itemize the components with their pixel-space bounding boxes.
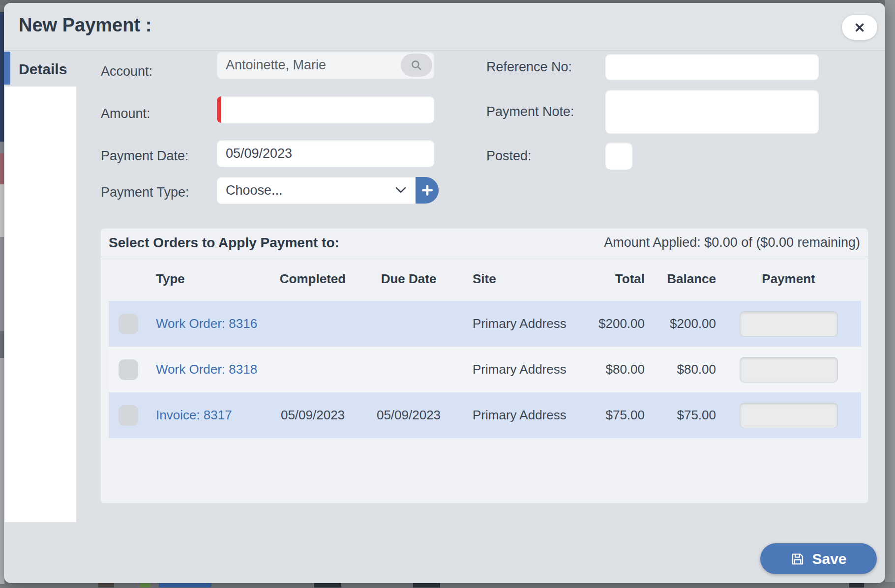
payment-date-label: Payment Date: bbox=[101, 149, 189, 163]
active-tab-indicator bbox=[4, 52, 10, 85]
order-payment-input[interactable] bbox=[740, 357, 838, 382]
column-header-due-date: Due Date bbox=[359, 271, 458, 287]
orders-table-header: Type Completed Due Date Site Total Balan… bbox=[109, 257, 861, 301]
background-status-square-fragment bbox=[141, 583, 150, 588]
orders-panel-header: Select Orders to Apply Payment to: Amoun… bbox=[101, 229, 868, 257]
order-site: Primary Address bbox=[458, 408, 581, 423]
order-completed: 05/09/2023 bbox=[266, 408, 359, 423]
plus-icon bbox=[421, 184, 434, 197]
order-payment-input[interactable] bbox=[740, 403, 838, 428]
background-link-fragment bbox=[159, 583, 211, 588]
order-link[interactable]: Invoice: 8317 bbox=[156, 408, 232, 422]
order-balance: $75.00 bbox=[645, 408, 716, 423]
payment-type-selected-value: Choose... bbox=[226, 183, 283, 198]
order-balance: $200.00 bbox=[645, 316, 716, 331]
payment-type-label: Payment Type: bbox=[101, 186, 189, 199]
column-header-balance: Balance bbox=[645, 271, 716, 287]
column-header-type: Type bbox=[148, 271, 266, 287]
order-balance: $80.00 bbox=[645, 362, 716, 377]
background-row-fragment bbox=[98, 583, 114, 588]
order-link[interactable]: Work Order: 8318 bbox=[156, 362, 257, 377]
chevron-down-icon bbox=[395, 186, 407, 194]
order-row-checkbox[interactable] bbox=[119, 314, 138, 334]
modal-title: New Payment : bbox=[19, 15, 151, 36]
order-total: $75.00 bbox=[581, 408, 645, 423]
save-button-label: Save bbox=[812, 551, 846, 567]
background-row-fragment bbox=[849, 583, 864, 588]
reference-no-input[interactable] bbox=[605, 54, 819, 80]
save-button[interactable]: Save bbox=[760, 543, 877, 574]
payment-date-input[interactable] bbox=[217, 140, 434, 167]
order-row-checkbox[interactable] bbox=[119, 405, 138, 426]
order-site: Primary Address bbox=[458, 362, 581, 377]
order-site: Primary Address bbox=[458, 316, 581, 331]
close-icon bbox=[853, 21, 866, 34]
column-header-site: Site bbox=[458, 271, 581, 287]
tab-details[interactable]: Details bbox=[19, 61, 67, 78]
search-icon bbox=[410, 59, 423, 72]
order-total: $200.00 bbox=[581, 316, 645, 331]
background-amount-fragment bbox=[314, 583, 341, 588]
modal-header: New Payment : bbox=[4, 3, 885, 51]
posted-label: Posted: bbox=[486, 149, 532, 163]
close-button[interactable] bbox=[842, 15, 877, 40]
new-payment-modal: New Payment : Details Account: Amount: P… bbox=[4, 3, 885, 583]
amount-label: Amount: bbox=[101, 107, 150, 120]
amount-input[interactable] bbox=[217, 96, 434, 123]
account-search-button[interactable] bbox=[401, 54, 432, 77]
reference-no-label: Reference No: bbox=[486, 60, 572, 74]
background-page-right-sliver bbox=[885, 0, 895, 588]
account-label: Account: bbox=[101, 65, 152, 78]
column-header-completed: Completed bbox=[266, 271, 359, 287]
order-row: Work Order: 8316 Primary Address $200.00… bbox=[109, 301, 861, 347]
column-header-payment: Payment bbox=[716, 271, 861, 287]
order-payment-input[interactable] bbox=[740, 311, 838, 337]
amount-applied-summary: Amount Applied: $0.00 of ($0.00 remainin… bbox=[604, 235, 860, 250]
column-header-total: Total bbox=[581, 271, 645, 287]
payment-note-label: Payment Note: bbox=[486, 105, 574, 118]
order-row: Work Order: 8318 Primary Address $80.00 … bbox=[109, 347, 861, 392]
orders-panel-title: Select Orders to Apply Payment to: bbox=[109, 235, 339, 251]
account-field-group bbox=[217, 52, 434, 79]
order-total: $80.00 bbox=[581, 362, 645, 377]
order-row: Invoice: 8317 05/09/2023 05/09/2023 Prim… bbox=[109, 392, 861, 438]
order-due-date: 05/09/2023 bbox=[359, 408, 458, 423]
tab-content-panel bbox=[5, 87, 76, 522]
order-row-checkbox[interactable] bbox=[119, 359, 138, 380]
orders-panel: Select Orders to Apply Payment to: Amoun… bbox=[100, 228, 868, 503]
posted-checkbox[interactable] bbox=[605, 143, 632, 170]
order-link[interactable]: Work Order: 8316 bbox=[156, 316, 257, 331]
payment-note-textarea[interactable] bbox=[605, 90, 819, 133]
add-payment-type-button[interactable] bbox=[416, 177, 439, 204]
floppy-disk-icon bbox=[790, 552, 805, 566]
orders-table-body: Work Order: 8316 Primary Address $200.00… bbox=[109, 301, 861, 438]
payment-type-select[interactable]: Choose... bbox=[217, 177, 416, 204]
background-amount-fragment bbox=[413, 583, 440, 588]
